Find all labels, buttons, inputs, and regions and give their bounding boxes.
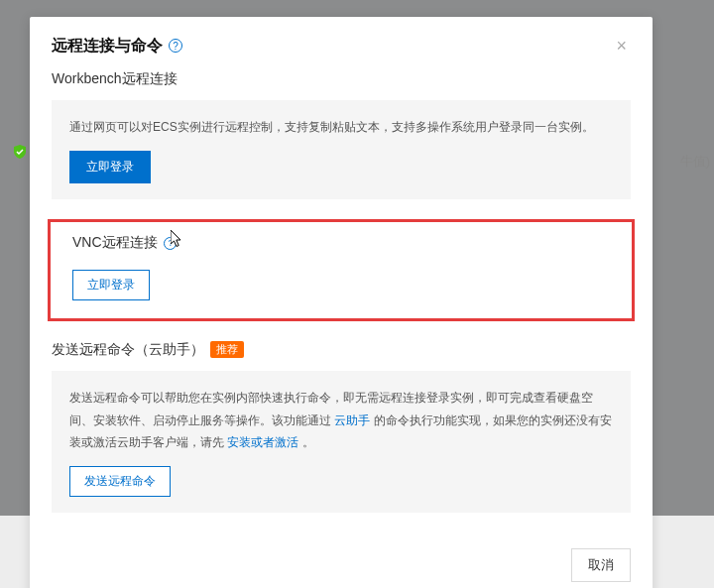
remote-command-description: 发送远程命令可以帮助您在实例内部快速执行命令，即无需远程连接登录实例，即可完成查… — [69, 387, 613, 454]
modal-header: 远程连接与命令 ? × — [30, 17, 653, 70]
remote-command-title-row: 发送远程命令（云助手） 推荐 — [52, 341, 631, 359]
recommend-badge: 推荐 — [210, 341, 244, 358]
close-icon[interactable]: × — [612, 35, 631, 57]
workbench-info-box: 通过网页可以对ECS实例进行远程控制，支持复制粘贴文本，支持多操作系统用户登录同… — [52, 100, 631, 199]
workbench-title: Workbench远程连接 — [52, 70, 631, 88]
remote-command-section: 发送远程命令（云助手） 推荐 发送远程命令可以帮助您在实例内部快速执行命令，即无… — [30, 341, 653, 513]
vnc-section: VNC远程连接 ? 立即登录 — [48, 219, 635, 321]
help-icon[interactable]: ? — [164, 237, 177, 250]
help-icon[interactable]: ? — [169, 39, 182, 53]
modal-footer: 取消 — [30, 532, 653, 588]
workbench-description: 通过网页可以对ECS实例进行远程控制，支持复制粘贴文本，支持多操作系统用户登录同… — [69, 116, 613, 139]
workbench-login-button[interactable]: 立即登录 — [69, 151, 151, 183]
workbench-section: Workbench远程连接 通过网页可以对ECS实例进行远程控制，支持复制粘贴文… — [30, 70, 653, 199]
cloud-assistant-link[interactable]: 云助手 — [334, 413, 370, 427]
remote-cmd-desc-3: 。 — [298, 435, 313, 449]
cancel-button[interactable]: 取消 — [571, 548, 631, 582]
vnc-login-button[interactable]: 立即登录 — [72, 270, 150, 300]
vnc-title-row: VNC远程连接 ? — [72, 234, 610, 252]
shield-icon — [12, 144, 28, 160]
send-remote-command-button[interactable]: 发送远程命令 — [69, 466, 171, 497]
remote-command-title: 发送远程命令（云助手） — [52, 341, 204, 359]
install-activate-link[interactable]: 安装或者激活 — [227, 435, 298, 449]
vnc-title: VNC远程连接 — [72, 234, 158, 250]
modal-title-row: 远程连接与命令 ? — [52, 36, 182, 57]
remote-connect-modal: 远程连接与命令 ? × Workbench远程连接 通过网页可以对ECS实例进行… — [30, 17, 653, 588]
modal-title: 远程连接与命令 — [52, 36, 163, 57]
remote-command-info-box: 发送远程命令可以帮助您在实例内部快速执行命令，即无需远程连接登录实例，即可完成查… — [52, 371, 631, 513]
background-text-fragment: 牛值) — [676, 149, 714, 175]
